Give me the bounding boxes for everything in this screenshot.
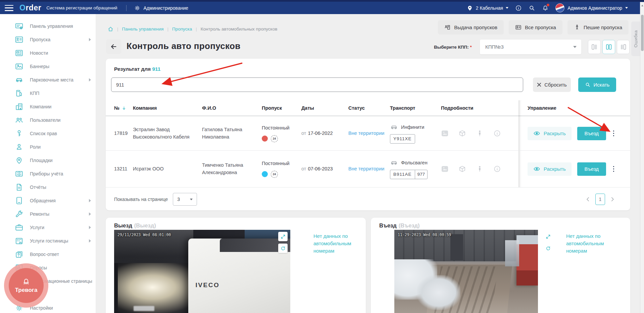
notifications-button[interactable]: [542, 5, 549, 11]
news-icon: [15, 49, 23, 57]
sidebar-item-idcard[interactable]: Пропуска: [0, 33, 96, 46]
sidebar-item-wrench[interactable]: Ремонты: [0, 207, 96, 221]
row-company: Исратэк ООО: [133, 165, 202, 172]
sidebar-item-doc[interactable]: Отчёты: [0, 180, 96, 194]
search-icon[interactable]: [529, 5, 535, 11]
issue-passes-button[interactable]: Выдача пропусков: [438, 20, 504, 35]
expand-button[interactable]: Раскрыть: [528, 127, 572, 140]
menu-icon[interactable]: [5, 5, 13, 11]
user-menu[interactable]: Админов Администратор: [555, 3, 628, 12]
chevron-right-icon[interactable]: [609, 196, 615, 202]
scrollbar[interactable]: [640, 2, 644, 313]
sidebar-item-pin[interactable]: Площадки: [0, 154, 96, 167]
sidebar-item-kpp[interactable]: КПП: [0, 87, 96, 100]
sidebar-item-car[interactable]: Парковочные места: [0, 73, 96, 87]
row-menu-icon[interactable]: [612, 165, 616, 173]
wrench-icon: [15, 210, 23, 218]
scrollbar-up-arrow[interactable]: [641, 5, 643, 6]
sidebar-item-person[interactable]: Роли: [0, 140, 96, 154]
fullscreen-icon[interactable]: [278, 232, 288, 241]
passenger-icon[interactable]: [476, 165, 484, 173]
per-page-select[interactable]: 3: [173, 193, 197, 206]
layout-toggle-left[interactable]: [588, 40, 601, 54]
row-menu-icon[interactable]: [612, 129, 616, 138]
app-logo[interactable]: Order: [19, 3, 41, 12]
no-plate-data-message: Нет данных по автомобильным номерам: [313, 232, 364, 254]
sidebar-item-building[interactable]: Компании: [0, 100, 96, 113]
sidebar-item-users[interactable]: Пользователи: [0, 113, 96, 127]
pass-type: Постоянный: [262, 160, 301, 167]
building-icon: [15, 102, 23, 111]
cargo-icon[interactable]: [458, 129, 466, 137]
sort-desc-icon: [122, 106, 126, 110]
search-button[interactable]: Искать: [578, 77, 616, 92]
layout-toggle-right[interactable]: [617, 40, 630, 54]
photo-icon[interactable]: [441, 129, 449, 137]
sidebar-item-qa[interactable]: Вопрос-ответ: [0, 248, 96, 261]
entry-button[interactable]: Въезд: [577, 127, 606, 140]
passes-card: Результат для 911 Сбросить Искать № Комп…: [106, 59, 630, 210]
back-button[interactable]: [106, 39, 121, 54]
entry-button[interactable]: Въезд: [577, 162, 606, 176]
search-input[interactable]: [111, 77, 523, 92]
page-number[interactable]: 1: [595, 194, 605, 205]
camera-timestamp: 11-29-2023 Wed 08:00:59: [398, 232, 451, 237]
sidebar-item-hotel[interactable]: Услуги гостиницы: [0, 234, 96, 248]
scrollbar-thumb[interactable]: [641, 15, 644, 51]
location-selector[interactable]: 2 Кабельная: [466, 5, 508, 11]
sidebar-item-news[interactable]: Новости: [0, 46, 96, 60]
error-tab[interactable]: Ошибка: [631, 21, 640, 56]
info-icon[interactable]: [493, 165, 501, 173]
entry-camera-card: Въезд(Въезд) 11-29-2023 Wed 08:00:59: [371, 218, 630, 313]
row-status-link[interactable]: Вне территории: [348, 130, 390, 137]
fullscreen-icon[interactable]: [543, 232, 553, 241]
refresh-icon[interactable]: [278, 244, 288, 253]
header-company: Компания: [133, 105, 202, 111]
layout-toggle-center[interactable]: [602, 40, 615, 54]
cargo-icon[interactable]: [458, 165, 466, 173]
sidebar-item-dashboard[interactable]: Панель управления: [0, 19, 96, 33]
refresh-icon[interactable]: [543, 244, 553, 253]
row-status-link[interactable]: Вне территории: [348, 165, 390, 173]
sidebar-item-banner[interactable]: Баннеры: [0, 60, 96, 73]
exit-camera-photo[interactable]: IVECO 29/11/2023 Wed 08:01:00: [114, 230, 290, 313]
photo-icon[interactable]: [441, 165, 449, 173]
pedestrian-passes-button[interactable]: Пешие пропуска: [567, 20, 629, 35]
home-icon[interactable]: [108, 26, 113, 32]
header-num[interactable]: №: [114, 105, 133, 111]
kpp-select-label: Выберите КПП: *: [434, 45, 472, 50]
chevron-right-icon: [89, 78, 91, 82]
admin-section-link[interactable]: Администрирование: [134, 5, 189, 11]
user-name: Админов Администратор: [567, 5, 622, 11]
sidebar-item-label: Отчёты: [30, 185, 46, 190]
row-manage: Раскрыть Въезд: [518, 162, 622, 176]
header-status: Статус: [348, 105, 390, 111]
hotel-icon: [15, 237, 23, 245]
chevron-down-icon: [506, 7, 508, 9]
info-icon[interactable]: [493, 129, 501, 137]
expand-button[interactable]: Раскрыть: [528, 162, 572, 176]
table-header: № Компания Ф.И.О Пропуск Даты Статус Тра…: [106, 100, 630, 116]
pedestrian-passes-label: Пешие пропуска: [584, 24, 622, 30]
info-icon[interactable]: [515, 5, 522, 11]
reset-button[interactable]: Сбросить: [533, 77, 571, 92]
alarm-button[interactable]: Тревога: [4, 263, 48, 308]
sidebar-item-key[interactable]: Список прав: [0, 127, 96, 140]
all-passes-button[interactable]: Все пропуска: [509, 20, 562, 35]
breadcrumb-link-passes[interactable]: Пропуска: [172, 27, 192, 32]
sidebar-item-meter[interactable]: Приборы учёта: [0, 167, 96, 180]
breadcrumb-link-dashboard[interactable]: Панель управления: [122, 27, 164, 32]
chevron-right-icon: [89, 38, 91, 41]
truck-brand-label: IVECO: [196, 281, 220, 289]
passenger-icon[interactable]: [476, 129, 484, 137]
chevron-left-icon[interactable]: [585, 196, 591, 202]
entry-camera-photo[interactable]: 11-29-2023 Wed 08:00:59: [394, 230, 538, 313]
car-icon: [390, 123, 398, 131]
camera-title: Въезд(Въезд): [379, 222, 420, 229]
row-num: 17819: [114, 130, 133, 137]
sidebar-item-tablet[interactable]: Обращения: [0, 194, 96, 207]
sidebar-item-briefcase[interactable]: Услуги: [0, 221, 96, 234]
kpp-icon: [15, 89, 23, 98]
kpp-select[interactable]: КПП№3: [480, 40, 581, 54]
gear-icon: [134, 5, 141, 11]
